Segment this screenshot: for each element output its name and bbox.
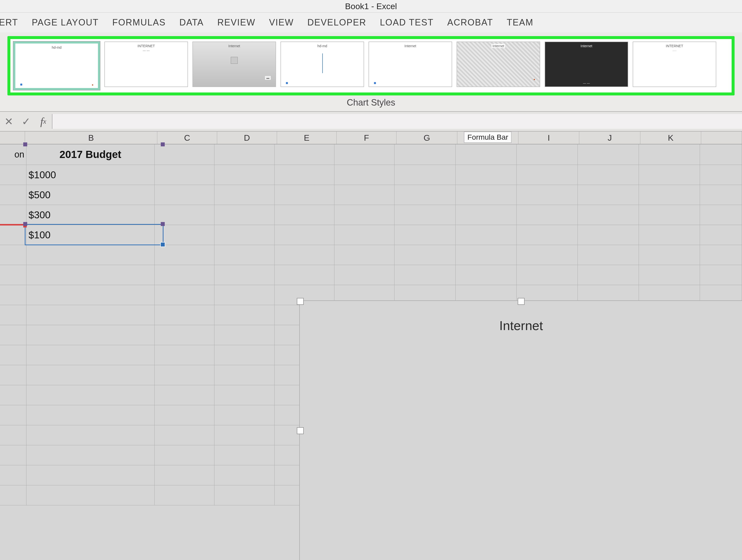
ribbon-group-label: Chart Styles [0, 96, 742, 109]
col-header-g[interactable]: G [396, 131, 457, 144]
chart-style-7[interactable]: Internet — — [545, 42, 628, 87]
cell-h1[interactable] [456, 145, 517, 165]
col-header-h[interactable]: Formula Bar H [457, 131, 518, 144]
col-header-b[interactable]: B [25, 131, 157, 144]
tab-review[interactable]: REVIEW [217, 17, 256, 28]
select-all-corner[interactable] [0, 131, 25, 144]
chart-resize-handle[interactable] [518, 298, 525, 305]
chart-style-8[interactable]: INTERNET ····· [633, 42, 716, 87]
cell-d1[interactable] [214, 145, 274, 165]
col-header-i[interactable]: I [518, 131, 579, 144]
cell-l1[interactable] [700, 145, 742, 165]
fx-icon[interactable]: fx [35, 112, 52, 131]
cell-i1[interactable] [517, 145, 578, 165]
window-title: Book1 - Excel [0, 0, 742, 13]
cell-b1[interactable]: 2017 Budget [26, 145, 155, 165]
col-header-d[interactable]: D [217, 131, 277, 144]
tab-data[interactable]: DATA [179, 17, 204, 28]
tab-insert[interactable]: SERT [0, 17, 18, 28]
cell-a4[interactable] [0, 205, 26, 225]
cell-c1[interactable] [155, 145, 214, 165]
cell-a2[interactable] [0, 165, 26, 185]
cell-a3[interactable] [0, 185, 26, 205]
tab-page-layout[interactable]: PAGE LAYOUT [32, 17, 99, 28]
tab-load-test[interactable]: LOAD TEST [380, 17, 434, 28]
cell-b3[interactable]: $500 [26, 185, 155, 205]
formula-bar: ✕ ✓ fx [0, 111, 742, 131]
col-header-c[interactable]: C [157, 131, 217, 144]
cell-b4[interactable]: $300 [26, 205, 155, 225]
cancel-icon[interactable]: ✕ [0, 112, 17, 131]
cell-g1[interactable] [394, 145, 456, 165]
cell-b2[interactable]: $1000 [26, 165, 155, 185]
chart-title[interactable]: Internet [499, 318, 543, 333]
tab-view[interactable]: VIEW [269, 17, 294, 28]
tab-team[interactable]: TEAM [507, 17, 533, 28]
tab-acrobat[interactable]: ACROBAT [447, 17, 493, 28]
cell-a1[interactable]: on [0, 145, 26, 165]
col-header-f[interactable]: F [337, 131, 396, 144]
ribbon-chart-styles: hd-md ● INTERNET — — Internet ▬ hd-md In… [0, 33, 742, 111]
embedded-chart[interactable]: Internet [299, 300, 742, 560]
chart-style-4[interactable]: hd-md [280, 42, 364, 87]
cell-f1[interactable] [334, 145, 394, 165]
chart-style-5[interactable]: Internet [369, 42, 452, 87]
range-handle-icon[interactable] [23, 143, 27, 146]
cell-j1[interactable] [578, 145, 639, 165]
chart-style-3[interactable]: Internet ▬ [193, 42, 276, 87]
range-handle-icon[interactable] [161, 222, 165, 226]
col-header-j[interactable]: J [579, 131, 640, 144]
formula-input[interactable] [52, 114, 742, 129]
range-handle-icon[interactable] [23, 222, 27, 226]
cell-a5[interactable] [0, 225, 26, 245]
cell-b5[interactable]: $100 [26, 225, 155, 245]
col-header-k[interactable]: K [640, 131, 701, 144]
chart-style-6[interactable]: Internet ● [457, 42, 540, 87]
chart-style-2[interactable]: INTERNET — — [104, 42, 188, 87]
col-header-e[interactable]: E [277, 131, 337, 144]
red-range-border [0, 224, 25, 225]
cell-k1[interactable] [639, 145, 700, 165]
tab-developer[interactable]: DEVELOPER [308, 17, 366, 28]
col-header-l[interactable] [701, 131, 742, 144]
chart-styles-gallery: hd-md ● INTERNET — — Internet ▬ hd-md In… [7, 36, 735, 96]
cell-e1[interactable] [274, 145, 334, 165]
chart-resize-handle[interactable] [297, 298, 304, 305]
formula-bar-tooltip: Formula Bar [464, 131, 512, 143]
ribbon-tabs: SERT PAGE LAYOUT FORMULAS DATA REVIEW VI… [0, 13, 742, 33]
tab-formulas[interactable]: FORMULAS [112, 17, 166, 28]
chart-style-1[interactable]: hd-md ● [13, 42, 100, 90]
enter-icon[interactable]: ✓ [17, 112, 35, 131]
range-handle-icon[interactable] [161, 143, 165, 146]
chart-resize-handle[interactable] [297, 427, 304, 434]
